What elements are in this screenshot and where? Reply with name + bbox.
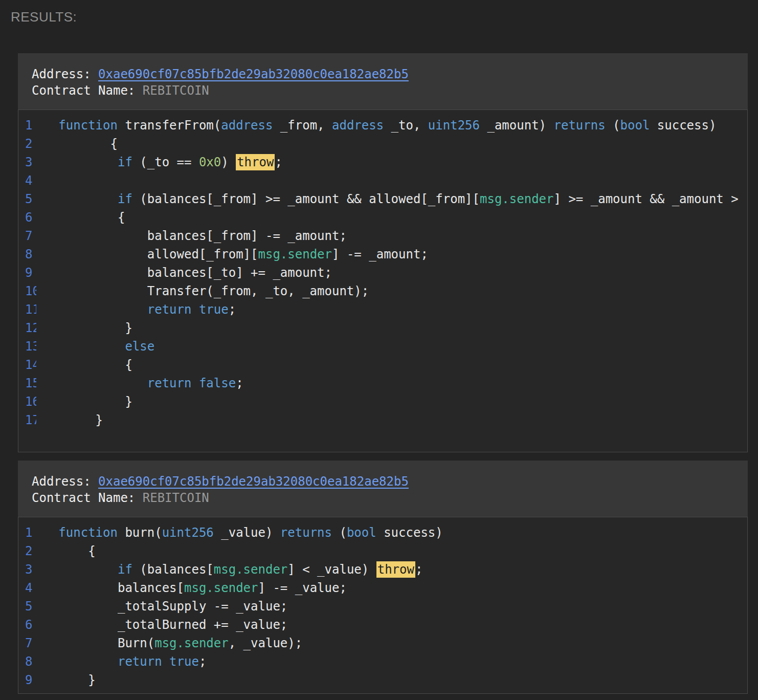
code-text: return false;	[36, 374, 747, 392]
code-token	[36, 654, 118, 669]
line-number: 9	[25, 264, 36, 282]
code-line: 6 _totalBurned += _value;	[18, 616, 747, 634]
code-token: }	[36, 413, 103, 427]
code-line: 10 Transfer(_from, _to, _amount);	[18, 282, 747, 300]
code-token: {	[36, 137, 118, 151]
line-number: 3	[25, 560, 36, 579]
code-line: 8 allowed[_from][msg.sender] -= _amount;	[18, 245, 747, 264]
results-list: Address: 0xae690cf07c85bfb2de29ab32080c0…	[0, 53, 758, 694]
code-line: 3 if (balances[msg.sender] < _value) thr…	[18, 560, 747, 579]
code-line: 6 {	[18, 208, 747, 227]
code-line: 5 if (balances[_from] >= _amount && allo…	[18, 190, 747, 208]
code-token: , _value);	[229, 636, 303, 650]
code-token	[36, 526, 58, 540]
code-token: ;	[236, 376, 243, 390]
code-line: 3 if (_to == 0x0) throw;	[18, 153, 747, 171]
code-text: }	[36, 392, 747, 411]
contract-name-row: Contract Name: REBITCOIN	[32, 82, 734, 99]
code-text: {	[36, 542, 747, 560]
code-token: if	[118, 192, 132, 206]
code-token: function	[58, 118, 118, 133]
code-line: 11 return true;	[18, 300, 747, 319]
code-line: 1 function transferFrom(address _from, a…	[18, 116, 747, 135]
code-token	[36, 155, 118, 169]
code-line: 7 Burn(msg.sender, _value);	[18, 634, 747, 652]
code-token: msg.sender	[154, 636, 229, 650]
code-token	[191, 302, 198, 317]
code-token: msg.sender	[258, 247, 332, 261]
line-number: 3	[25, 153, 36, 171]
highlight-throw-match: throw	[236, 154, 275, 170]
line-number: 17	[25, 411, 36, 429]
line-number: 8	[25, 245, 36, 264]
code-line: 14 {	[18, 356, 747, 374]
code-token: balances[_from] -= _amount;	[36, 229, 347, 243]
code-token: {	[36, 358, 132, 372]
code-token: Burn(	[36, 636, 154, 650]
code-token: else	[125, 339, 154, 354]
code-token: ] -= _amount;	[332, 247, 428, 261]
code-token: msg.sender	[214, 562, 288, 577]
code-token: }	[36, 321, 132, 335]
code-token: uint256	[428, 118, 480, 133]
code-line: 4	[18, 171, 747, 190]
code-text: }	[36, 319, 747, 337]
code-text: if (balances[msg.sender] < _value) throw…	[36, 560, 747, 579]
code-token: msg.sender	[480, 192, 554, 206]
code-block: 1 function transferFrom(address _from, a…	[18, 110, 748, 452]
address-label: Address:	[32, 67, 91, 81]
contract-name-row: Contract Name: REBITCOIN	[32, 490, 734, 506]
code-token: address	[221, 118, 273, 133]
code-token: ;	[199, 654, 206, 669]
code-token: true	[199, 302, 229, 317]
code-line: 9 balances[_to] += _amount;	[18, 264, 747, 282]
line-number: 10	[25, 282, 36, 300]
card-header: Address: 0xae690cf07c85bfb2de29ab32080c0…	[18, 53, 748, 110]
code-token: _amount)	[480, 118, 554, 133]
code-text: allowed[_from][msg.sender] -= _amount;	[36, 245, 747, 264]
code-token: ] -= _value;	[258, 581, 346, 595]
contract-name-label: Contract Name:	[32, 83, 135, 98]
code-token: Transfer(_from, _to, _amount);	[36, 284, 369, 298]
code-token	[36, 192, 118, 206]
code-text: return true;	[36, 652, 747, 671]
code-token: {	[36, 544, 96, 558]
results-title: RESULTS:	[11, 9, 758, 25]
code-token: true	[169, 654, 199, 669]
contract-name-value: REBITCOIN	[143, 83, 209, 98]
code-token: bool	[347, 526, 376, 540]
code-token: 0x0	[199, 155, 221, 169]
card-header: Address: 0xae690cf07c85bfb2de29ab32080c0…	[18, 461, 748, 517]
line-number: 6	[25, 616, 36, 634]
code-token: ] >= _amount && _amount >	[553, 192, 738, 206]
code-text: if (_to == 0x0) throw;	[36, 153, 747, 171]
line-number: 12	[25, 319, 36, 337]
line-number: 15	[25, 374, 36, 392]
spacer	[135, 83, 142, 98]
line-number: 4	[25, 579, 36, 597]
code-token: msg.sender	[184, 581, 258, 595]
address-link[interactable]: 0xae690cf07c85bfb2de29ab32080c0ea182ae82…	[98, 67, 409, 81]
address-link[interactable]: 0xae690cf07c85bfb2de29ab32080c0ea182ae82…	[98, 474, 409, 489]
code-token: function	[58, 526, 118, 540]
code-token: }	[36, 673, 96, 687]
code-token: ] < _value)	[287, 562, 376, 577]
code-text: }	[36, 411, 747, 429]
code-text: balances[_from] -= _amount;	[36, 227, 747, 245]
code-text: else	[36, 337, 747, 356]
code-token: (	[332, 526, 347, 540]
code-token: if	[118, 155, 132, 169]
contract-name-value: REBITCOIN	[143, 491, 209, 505]
code-text: function burn(uint256 _value) returns (b…	[36, 523, 747, 542]
code-text: {	[36, 356, 747, 374]
code-block: 1 function burn(uint256 _value) returns …	[18, 517, 748, 694]
code-text: {	[36, 135, 747, 153]
code-token: _totalSupply -= _value;	[36, 599, 287, 614]
line-number: 14	[25, 356, 36, 374]
code-token: }	[36, 395, 132, 409]
address-row: Address: 0xae690cf07c85bfb2de29ab32080c0…	[32, 473, 734, 490]
code-token: {	[36, 210, 125, 225]
code-line: 4 balances[msg.sender] -= _value;	[18, 579, 747, 597]
code-token	[36, 376, 147, 390]
code-line	[18, 429, 747, 448]
